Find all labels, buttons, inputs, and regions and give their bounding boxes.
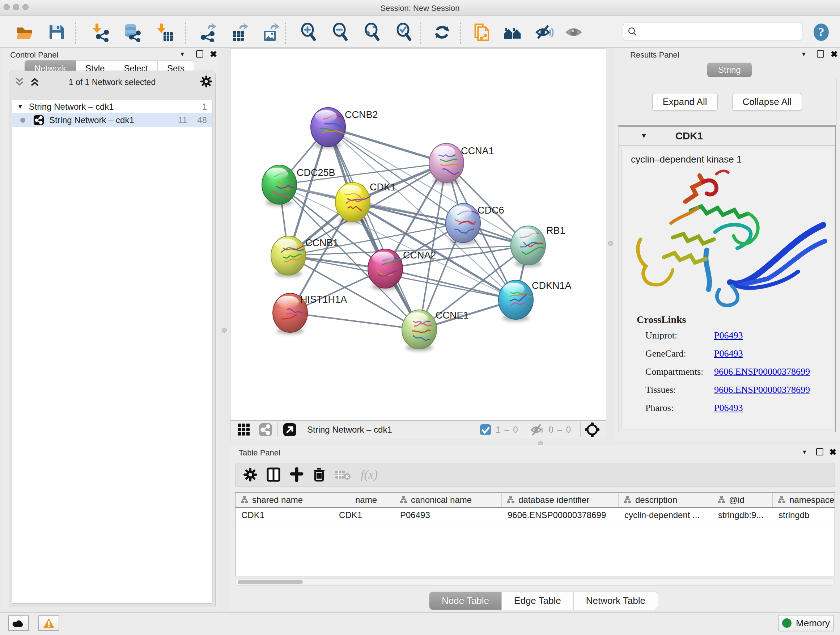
column-header[interactable]: namespace [773, 493, 835, 507]
memory-button[interactable]: Memory [778, 615, 834, 631]
search-input[interactable] [641, 27, 798, 36]
collapse-all-button[interactable]: Collapse All [732, 93, 802, 111]
scrollbar-thumb[interactable] [238, 580, 303, 584]
eye-icon[interactable] [564, 23, 583, 42]
table-options-gear-icon[interactable] [243, 468, 257, 481]
refresh-view-icon[interactable] [433, 23, 452, 42]
column-header[interactable]: name [333, 493, 394, 507]
crosslink-tissues[interactable]: 9606.ENSP00000378699 [714, 385, 810, 395]
panel-float-icon[interactable] [817, 50, 824, 57]
column-type-icon [717, 496, 725, 504]
node-label: CCNE1 [436, 310, 469, 321]
cloud-button[interactable] [8, 616, 29, 631]
network-collection-row[interactable]: ▼ String Network – cdk1 1 [12, 100, 212, 113]
crosslink-uniprot[interactable]: P06493 [714, 330, 743, 341]
network-edge[interactable] [290, 313, 419, 329]
tab-edge-table[interactable]: Edge Table [502, 592, 574, 610]
collection-count: 1 [202, 102, 207, 112]
expand-all-button[interactable]: Expand All [652, 93, 718, 111]
collapse-triangle-icon[interactable]: ▼ [641, 132, 647, 140]
network-view-toolbar: String Network – cdk1 1 – 0 0 – 0 [230, 420, 606, 439]
hide-graphics-details-icon[interactable] [535, 23, 554, 42]
table-horizontal-scrollbar[interactable] [235, 578, 835, 586]
column-header[interactable]: @id [712, 493, 773, 507]
collection-expander-icon[interactable]: ▼ [17, 103, 23, 110]
network-options-gear-icon[interactable] [200, 75, 212, 88]
zoom-selected-icon[interactable] [395, 23, 414, 42]
panel-float-icon[interactable] [816, 448, 823, 455]
export-image-icon[interactable] [261, 23, 280, 42]
import-network-database-icon[interactable] [122, 23, 141, 42]
export-network-icon[interactable] [198, 23, 217, 42]
panel-menu-icon[interactable]: ▼ [802, 449, 807, 455]
string-network-icon [33, 115, 44, 126]
node-table: shared name name canonical name database… [235, 492, 835, 576]
protein-card-header[interactable]: ▼ CDK1 [619, 127, 835, 146]
current-network-dot-icon [20, 118, 25, 123]
delete-table-icon[interactable] [335, 469, 351, 481]
table-tabs: Node Table Edge Table Network Table [429, 592, 658, 610]
left-splitter-handle[interactable] [222, 328, 227, 333]
current-network-label: String Network – cdk1 [307, 424, 392, 435]
table-header-row: shared name name canonical name database… [235, 493, 835, 508]
panel-close-icon[interactable]: ✖ [831, 49, 838, 59]
crosslink-compartments[interactable]: 9606.ENSP00000378699 [714, 366, 810, 377]
crosslink-pharos[interactable]: P06493 [714, 402, 743, 413]
network-canvas[interactable]: CCNB2CCNA1CDC25BCDK1CDC6RB1CCNB1CCNA2CDK… [230, 48, 606, 420]
toolbar-separator [285, 21, 286, 44]
warning-button[interactable] [38, 616, 59, 631]
table-row[interactable]: CDK1 CDK1 P06493 9606.ENSP00000378699 cy… [235, 508, 835, 523]
protein-description: cyclin–dependent kinase 1 [622, 147, 833, 165]
function-builder-icon[interactable]: f(x) [361, 468, 378, 481]
status-bar: Memory [0, 612, 840, 635]
column-header[interactable]: canonical name [394, 493, 502, 507]
tab-network-table[interactable]: Network Table [574, 592, 658, 610]
grid-view-icon[interactable] [237, 423, 251, 437]
node-label: CDKN1A [532, 280, 572, 291]
column-header[interactable]: shared name [235, 493, 333, 507]
network-edge[interactable] [385, 269, 516, 300]
tab-node-table[interactable]: Node Table [429, 592, 502, 610]
tab-string[interactable]: String [707, 63, 752, 77]
warning-icon [43, 618, 55, 628]
protein-name: CDK1 [676, 130, 703, 142]
crosshair-icon[interactable] [584, 422, 600, 438]
zoom-in-icon[interactable] [300, 23, 318, 42]
fit-content-icon[interactable] [363, 23, 382, 42]
show-columns-icon[interactable] [267, 467, 280, 482]
node-label: HIST1H1A [300, 294, 347, 305]
column-header[interactable]: description [619, 493, 712, 507]
panel-menu-icon[interactable]: ▼ [801, 51, 807, 57]
zoom-out-icon[interactable] [332, 23, 350, 42]
birdseye-view-icon[interactable] [283, 423, 297, 437]
open-session-icon[interactable] [15, 23, 34, 42]
toolbar-separator [460, 21, 461, 44]
network-edge[interactable] [328, 127, 447, 163]
network-node-count: 11 [178, 115, 187, 125]
hidden-eye-icon[interactable] [530, 423, 545, 436]
import-network-file-icon[interactable] [90, 23, 109, 42]
panel-close-icon[interactable]: ✖ [210, 49, 217, 59]
column-header[interactable]: database identifier [502, 493, 619, 507]
export-table-icon[interactable] [230, 23, 249, 42]
crosslink-genecard[interactable]: P06493 [714, 348, 743, 359]
clone-network-icon[interactable] [471, 23, 490, 42]
network-view-icon[interactable] [259, 423, 272, 437]
help-icon[interactable]: ? [812, 23, 831, 42]
right-splitter-handle[interactable] [608, 241, 613, 246]
delete-column-icon[interactable] [313, 467, 325, 482]
add-column-icon[interactable] [290, 467, 303, 482]
selected-checkbox-icon[interactable] [480, 424, 491, 435]
column-type-icon [624, 496, 632, 504]
panel-float-icon[interactable] [196, 50, 203, 57]
control-panel-title: Control Panel [10, 50, 58, 60]
panel-close-icon[interactable]: ✖ [829, 447, 836, 457]
node-label: RB1 [546, 225, 565, 236]
houses-icon[interactable] [504, 23, 523, 42]
crosslinks-title: CrossLinks [637, 314, 686, 325]
save-session-icon[interactable] [47, 23, 66, 42]
panel-menu-icon[interactable]: ▼ [180, 51, 185, 57]
import-table-file-icon[interactable] [155, 23, 174, 42]
memory-status-dot-icon [782, 618, 791, 628]
network-row-selected[interactable]: String Network – cdk1 11 48 [12, 113, 212, 127]
